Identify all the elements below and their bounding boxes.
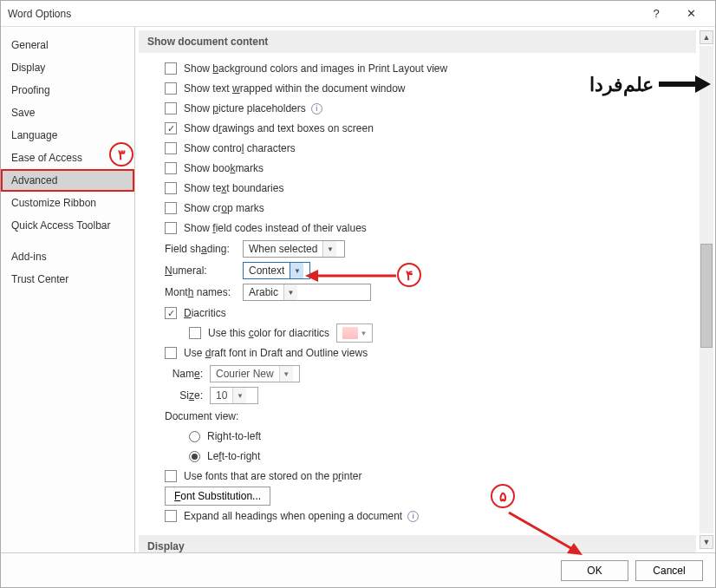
section-header-show-document-content: Show document content [139,30,696,53]
lbl-font-size: Size: [165,389,210,402]
lbl-month-names: Month names: [165,286,243,298]
chevron-down-icon: ▼ [290,263,303,278]
dropdown-font-size[interactable]: 10▼ [210,387,258,404]
lbl-drawings: Show drawings and text boxes on screen [184,122,374,134]
section-header-display: Display [139,535,696,552]
scroll-down-button[interactable]: ▼ [700,535,713,549]
chk-field-codes[interactable] [165,222,177,234]
chk-expand-headings[interactable] [165,510,177,522]
word-options-dialog: Word Options ? ✕ General Display Proofin… [0,0,716,588]
lbl-draft-font: Use draft font in Draft and Outline view… [184,347,368,359]
dropdown-numeral[interactable]: Context▼ [243,262,310,279]
chk-text-bounds[interactable] [165,182,177,194]
chk-crop[interactable] [165,202,177,214]
sidebar-item-general[interactable]: General [1,34,134,56]
close-button[interactable]: ✕ [674,7,708,20]
chk-diacritics-color[interactable] [189,327,201,339]
radio-ltr[interactable] [189,451,200,462]
window-title: Word Options [8,8,639,20]
paint-bucket-icon [342,327,358,339]
lbl-diacritics-color: Use this color for diacritics [208,327,329,339]
lbl-printer-fonts: Use fonts that are stored on the printer [184,470,361,482]
lbl-ctrl-chars: Show control characters [184,142,296,154]
scroll-up-button[interactable]: ▲ [700,30,713,44]
btn-font-substitution[interactable]: Font Substitution... [165,487,270,506]
lbl-bg-colors: Show background colors and images in Pri… [184,62,447,75]
chevron-down-icon: ▼ [322,241,336,257]
lbl-rtl: Right-to-left [207,430,261,442]
chevron-down-icon: ▼ [232,388,246,403]
sidebar-item-quick-access-toolbar[interactable]: Quick Access Toolbar [1,214,134,237]
sidebar-item-customize-ribbon[interactable]: Customize Ribbon [1,192,134,214]
chk-draft-font[interactable] [165,347,177,359]
dropdown-field-shading[interactable]: When selected▼ [243,240,345,258]
lbl-expand-headings: Expand all headings when opening a docum… [184,510,402,522]
chk-wrap[interactable] [165,82,177,95]
chk-ctrl-chars[interactable] [165,142,177,154]
sidebar-item-proofing[interactable]: Proofing [1,79,134,101]
chk-diacritics[interactable] [165,307,177,319]
lbl-text-bounds: Show text boundaries [184,182,283,194]
options-panel: ▲ ▼ Show document content Show backgroun… [135,27,715,552]
help-button[interactable]: ? [639,7,674,20]
sidebar-item-advanced[interactable]: Advanced [1,169,134,192]
sidebar-item-language[interactable]: Language [1,124,134,147]
ok-button[interactable]: OK [561,560,628,581]
radio-rtl[interactable] [189,431,200,442]
chk-placeholders[interactable] [165,102,177,114]
sidebar-item-trust-center[interactable]: Trust Center [1,268,134,291]
lbl-numeral: Numeral: [165,265,243,277]
lbl-field-shading: Field shading: [165,243,243,255]
lbl-wrap: Show text wrapped within the document wi… [184,82,405,95]
dialog-body: General Display Proofing Save Language E… [1,27,715,552]
dropdown-month-names[interactable]: Arabic▼ [243,284,371,301]
lbl-ltr: Left-to-right [207,450,260,462]
category-sidebar: General Display Proofing Save Language E… [1,27,135,552]
scrollbar-thumb[interactable] [700,244,713,348]
titlebar: Word Options ? ✕ [1,1,715,27]
lbl-field-codes: Show field codes instead of their values [184,222,367,234]
lbl-font-name: Name: [165,368,210,380]
sidebar-item-ease-of-access[interactable]: Ease of Access [1,147,134,169]
chevron-down-icon: ▼ [361,330,368,337]
chk-printer-fonts[interactable] [165,470,177,482]
info-icon[interactable]: i [407,511,419,522]
sidebar-item-add-ins[interactable]: Add-ins [1,245,134,268]
section-body-show-document-content: Show background colors and images in Pri… [139,53,696,532]
lbl-placeholders: Show picture placeholders [184,102,306,114]
info-icon[interactable]: i [311,103,322,114]
chk-drawings[interactable] [165,122,177,134]
dialog-footer: OK Cancel [1,552,715,587]
sidebar-item-save[interactable]: Save [1,101,134,124]
lbl-bookmarks: Show bookmarks [184,162,264,174]
diacritics-color-picker[interactable]: ▼ [336,323,373,343]
dropdown-font-name[interactable]: Courier New▼ [210,365,300,382]
lbl-crop: Show crop marks [184,202,264,214]
chevron-down-icon: ▼ [279,366,293,382]
lbl-doc-view: Document view: [165,410,238,422]
chevron-down-icon: ▼ [283,284,297,300]
chk-bg-colors[interactable] [165,62,177,75]
cancel-button[interactable]: Cancel [635,560,703,581]
sidebar-item-display[interactable]: Display [1,56,134,79]
lbl-diacritics: Diacritics [184,307,226,319]
chk-bookmarks[interactable] [165,162,177,174]
